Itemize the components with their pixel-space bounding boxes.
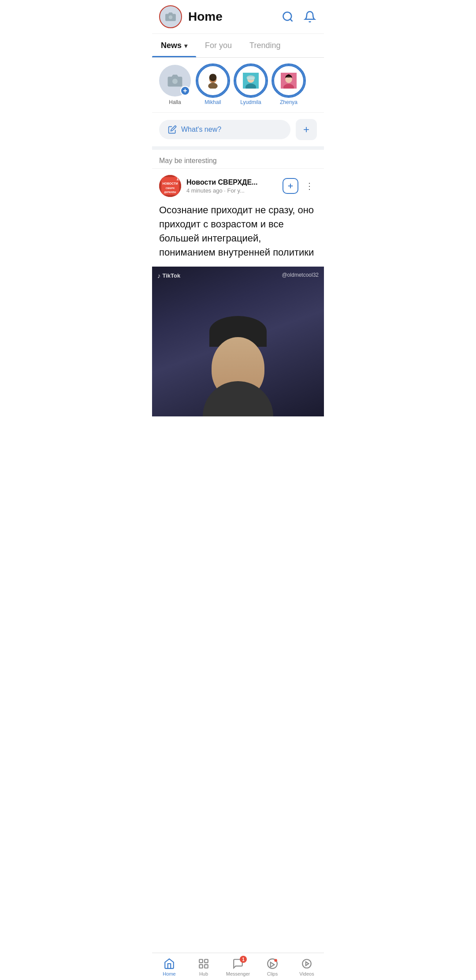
mikhail-avatar-image bbox=[205, 73, 221, 89]
tab-news[interactable]: News ▾ bbox=[152, 34, 196, 57]
video-figure-body bbox=[203, 381, 273, 416]
tab-trending[interactable]: Trending bbox=[241, 34, 289, 57]
add-content-button[interactable]: + bbox=[296, 119, 317, 140]
post-actions: ⋮ bbox=[283, 178, 317, 194]
compose-input[interactable]: What's new? bbox=[159, 120, 290, 139]
subscribe-button[interactable] bbox=[283, 178, 298, 194]
post-author-meta: 4 minutes ago · For y... bbox=[186, 187, 277, 194]
svg-point-8 bbox=[213, 79, 214, 80]
svg-point-4 bbox=[209, 76, 217, 83]
bell-icon bbox=[304, 11, 316, 23]
story-label-zhenya: Zhenya bbox=[280, 99, 298, 105]
story-item-mikhail[interactable]: Mikhail bbox=[197, 65, 229, 105]
story-item-zhenya[interactable]: Zhenya bbox=[273, 65, 305, 105]
post-text: Осознание приходит не сразу, оно приходи… bbox=[152, 203, 324, 267]
search-button[interactable] bbox=[281, 10, 295, 24]
svg-line-2 bbox=[290, 19, 292, 21]
three-dots-icon: ⋮ bbox=[305, 181, 315, 191]
notifications-button[interactable] bbox=[303, 10, 317, 24]
camera-icon-story bbox=[167, 73, 183, 89]
story-label-halla: Halla bbox=[169, 99, 181, 105]
more-options-button[interactable]: ⋮ bbox=[303, 179, 317, 193]
tabs-bar: News ▾ For you Trending bbox=[152, 34, 324, 58]
story-avatar-halla: + bbox=[159, 65, 191, 97]
svg-text:СВЕРХ: СВЕРХ bbox=[166, 187, 175, 189]
section-title: May be interesting bbox=[152, 150, 324, 168]
post-video-thumbnail[interactable]: ♪ TikTok @oldmetcool32 bbox=[152, 267, 324, 416]
svg-point-16 bbox=[283, 84, 294, 89]
post-author-row: НОВОСТИ СВЕРХ ДЕРЖАВЫ 1 Новости СВЕРХДЕ.… bbox=[152, 169, 324, 203]
svg-point-5 bbox=[208, 83, 218, 89]
svg-point-7 bbox=[211, 79, 212, 80]
svg-rect-12 bbox=[246, 75, 255, 80]
story-avatar-lyudmila bbox=[235, 65, 267, 97]
svg-text:ДЕРЖАВЫ: ДЕРЖАВЫ bbox=[164, 191, 176, 193]
story-avatar-mikhail bbox=[197, 65, 229, 97]
post-author-name: Новости СВЕРХДЕ... bbox=[186, 178, 277, 186]
compose-bar: What's new? + bbox=[152, 113, 324, 150]
user-avatar[interactable] bbox=[159, 5, 182, 28]
post-author-avatar[interactable]: НОВОСТИ СВЕРХ ДЕРЖАВЫ 1 bbox=[159, 175, 181, 197]
story-item-lyudmila[interactable]: Lyudmila bbox=[235, 65, 267, 105]
tab-for-you[interactable]: For you bbox=[196, 34, 241, 57]
plus-icon bbox=[286, 182, 294, 190]
stories-row: + Halla Mikhail bbox=[152, 58, 324, 113]
tiktok-icon: ♪ bbox=[157, 272, 161, 279]
svg-rect-13 bbox=[247, 77, 255, 80]
svg-point-6 bbox=[209, 74, 217, 81]
zhenya-avatar-image bbox=[281, 73, 297, 89]
story-label-mikhail: Mikhail bbox=[205, 99, 221, 105]
svg-point-0 bbox=[169, 15, 173, 19]
svg-point-15 bbox=[285, 76, 292, 83]
svg-point-1 bbox=[283, 12, 292, 21]
header-actions bbox=[281, 10, 317, 24]
chevron-down-icon: ▾ bbox=[184, 42, 187, 49]
header: Home bbox=[152, 0, 324, 34]
story-item-halla[interactable]: + Halla bbox=[159, 65, 191, 105]
svg-point-3 bbox=[172, 79, 178, 84]
lyudmila-avatar-image bbox=[243, 73, 259, 89]
story-avatar-zhenya bbox=[273, 65, 305, 97]
svg-rect-14 bbox=[281, 73, 297, 89]
story-label-lyudmila: Lyudmila bbox=[240, 99, 261, 105]
unread-badge: 1 bbox=[174, 175, 181, 182]
svg-point-11 bbox=[245, 84, 256, 89]
video-username: @oldmetcool32 bbox=[282, 272, 319, 278]
camera-icon bbox=[165, 11, 176, 22]
page-title: Home bbox=[188, 10, 281, 24]
post-author-info: Новости СВЕРХДЕ... 4 minutes ago · For y… bbox=[186, 178, 277, 194]
svg-rect-9 bbox=[243, 73, 259, 89]
svg-point-10 bbox=[247, 76, 254, 83]
edit-icon bbox=[168, 125, 177, 134]
post-card: НОВОСТИ СВЕРХ ДЕРЖАВЫ 1 Новости СВЕРХДЕ.… bbox=[152, 168, 324, 416]
add-story-button[interactable]: + bbox=[180, 86, 190, 96]
svg-text:НОВОСТИ: НОВОСТИ bbox=[162, 182, 178, 185]
search-icon bbox=[282, 11, 294, 23]
tiktok-watermark: ♪ TikTok bbox=[157, 272, 180, 279]
